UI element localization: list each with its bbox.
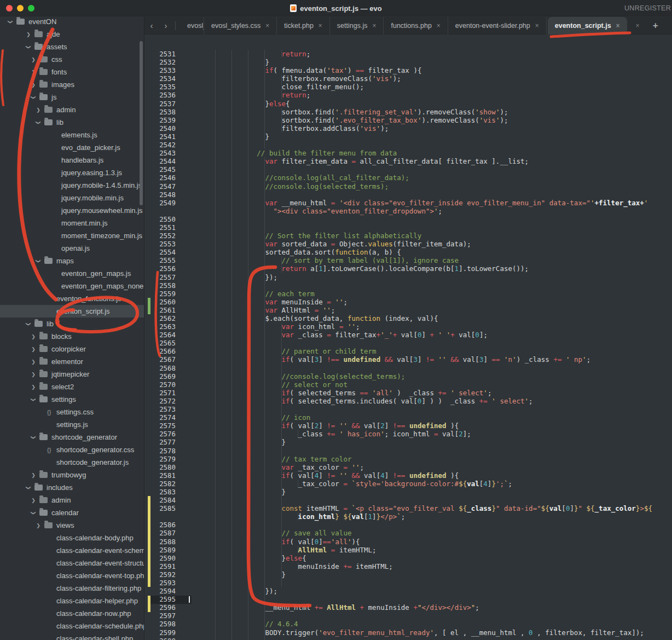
code-line-2564[interactable]: 2564var _class = filter_tax+'_'+ val[0] …	[144, 331, 672, 339]
code-line-2531[interactable]: 2531return;	[144, 50, 672, 58]
tree-item-fonts[interactable]: ❯fonts	[0, 66, 144, 78]
code-line-2580[interactable]: 2580var _tax_color = '';	[144, 463, 672, 471]
tree-item-blocks[interactable]: ❯blocks	[0, 330, 144, 343]
tree-item-eventon_script.js[interactable]: eventon_script.js	[0, 305, 144, 318]
tab-close-icon[interactable]: ×	[616, 22, 620, 30]
code-line-2581[interactable]: 2581if( val[4] != '' && val[4] !== undef…	[144, 471, 672, 480]
code-line-2568[interactable]: 2568	[144, 364, 672, 372]
tree-item-includes[interactable]: ❯includes	[0, 481, 144, 494]
code-line-2538[interactable]: 2538sortbox.find('.filtering_set_val').r…	[144, 108, 672, 116]
code-line-2583[interactable]: 2583}	[144, 488, 672, 496]
code-line-2570[interactable]: 2570// select or not	[144, 380, 672, 389]
code-line-2591[interactable]: 2591menuInside += itemHTML;	[144, 562, 672, 570]
tree-item-settings.js[interactable]: settings.js	[0, 418, 144, 431]
tree-item-moment_timezone_min.js[interactable]: moment_timezone_min.js	[0, 229, 144, 242]
tree-item-calendar[interactable]: ❯calendar	[0, 506, 144, 519]
tree-item-images[interactable]: ❯images	[0, 78, 144, 91]
code-line-2554[interactable]: 2554sorted_data.sort(function(a, b) {	[144, 248, 672, 256]
code-line-2544[interactable]: 2544var filter_item_data = all_cal_filte…	[144, 157, 672, 165]
tab-eventon-event-slider.php[interactable]: eventon-event-slider.php×	[448, 17, 547, 34]
tab-ticket.php[interactable]: ticket.php×	[277, 17, 330, 34]
tab-close-icon[interactable]: ×	[437, 22, 441, 30]
code-line-2561[interactable]: 2561var AllHtml = '';	[144, 306, 672, 314]
tree-item-class-calendar-event-top.ph[interactable]: class-calendar-event-top.ph	[0, 569, 144, 582]
code-line-2556[interactable]: 2556return a[1].toLowerCase().localeComp…	[144, 264, 672, 273]
code-line-2576[interactable]: 2576_class += ' has_icon'; icon_html = v…	[144, 430, 672, 438]
code-line-2598[interactable]: 2598// 4.6.4	[144, 620, 672, 628]
tree-item-jquery.mobile.min.js[interactable]: jquery.mobile.min.js	[0, 192, 144, 204]
tree-item-eventON[interactable]: ❯eventON	[0, 17, 144, 28]
chevron-right-icon[interactable]: ❯	[30, 347, 37, 352]
code-line-2548[interactable]: 2548	[144, 191, 672, 199]
chevron-right-icon[interactable]: ❯	[30, 359, 37, 365]
tab-evosl_[interactable]: evosl_	[180, 17, 204, 34]
maximize-window-button[interactable]	[28, 5, 34, 11]
tree-item-trumbowyg[interactable]: ❯trumbowyg	[0, 469, 144, 481]
code-line-wrap[interactable]: icon_html} ${val[1]}</p>`;	[144, 512, 672, 521]
tree-item-class-calendar-event-structu[interactable]: class-calendar-event-structu	[0, 557, 144, 569]
tab-functions.php[interactable]: functions.php×	[384, 17, 448, 34]
chevron-right-icon[interactable]: ❯	[30, 57, 37, 62]
tree-item-class-calendar-helper.php[interactable]: class-calendar-helper.php	[0, 595, 144, 607]
chevron-right-icon[interactable]: ❯	[30, 70, 37, 75]
code-line-2584[interactable]: 2584	[144, 496, 672, 504]
tree-item-assets[interactable]: ❯assets	[0, 41, 144, 53]
code-line-2539[interactable]: 2539sortbox.find('.evo_filter_tax_box').…	[144, 116, 672, 124]
chevron-down-icon[interactable]: ❯	[31, 510, 36, 516]
tree-item-class-calendar-body.php[interactable]: class-calendar-body.php	[0, 532, 144, 544]
tree-item-shortcode_generator[interactable]: ❯shortcode_generator	[0, 431, 144, 443]
sidebar-scrollbar[interactable]	[140, 41, 143, 205]
code-line-2532[interactable]: 2532}	[144, 58, 672, 66]
code-line-2586[interactable]: 2586	[144, 521, 672, 529]
code-line-2543[interactable]: 2543// build the filter menu from data	[144, 149, 672, 157]
chevron-right-icon[interactable]: ❯	[30, 498, 37, 503]
code-line-2573[interactable]: 2573	[144, 405, 672, 413]
tree-item-shortcode_generator.js[interactable]: shortcode_generator.js	[0, 456, 144, 469]
tree-item-openai.js[interactable]: openai.js	[0, 242, 144, 255]
new-tab-button[interactable]: +	[653, 20, 658, 31]
code-line-2563[interactable]: 2563var icon_html = '';	[144, 322, 672, 331]
code-line-2569[interactable]: 2569//console.log(selected_terms);	[144, 372, 672, 380]
code-line-2579[interactable]: 2579// tax term color	[144, 455, 672, 463]
tree-item-moment.min.js[interactable]: moment.min.js	[0, 217, 144, 229]
code-line-2558[interactable]: 2558	[144, 281, 672, 290]
tree-item-jquery.mousewheel.min.js[interactable]: jquery.mousewheel.min.js	[0, 204, 144, 217]
tree-item-js[interactable]: ❯js	[0, 91, 144, 103]
code-line-2560[interactable]: 2560var menuInside = '';	[144, 298, 672, 306]
code-line-2585[interactable]: 2585const itemHTML = `<p class="evo_filt…	[144, 504, 672, 512]
tree-item-eventon_gen_maps_none.[interactable]: eventon_gen_maps_none.	[0, 280, 144, 292]
chevron-down-icon[interactable]: ❯	[31, 94, 36, 101]
chevron-right-icon[interactable]: ❯	[30, 384, 37, 390]
code-line-2555[interactable]: 2555// sort by term label (val[1]), igno…	[144, 256, 672, 264]
tree-item-colorpicker[interactable]: ❯colorpicker	[0, 343, 144, 355]
code-line-2599[interactable]: 2599BODY.trigger('evo_filter_menu_html_r…	[144, 629, 672, 637]
tree-item-class-calendar-schedule.php[interactable]: class-calendar-schedule.php	[0, 620, 144, 632]
tree-item-evo_date_picker.js[interactable]: evo_date_picker.js	[0, 141, 144, 154]
chevron-right-icon[interactable]: ❯	[30, 372, 37, 377]
chevron-right-icon[interactable]: ❯	[30, 472, 37, 478]
tree-item-views[interactable]: ❯views	[0, 519, 144, 532]
chevron-down-icon[interactable]: ❯	[31, 434, 36, 441]
tree-item-ajde[interactable]: ❯ajde	[0, 28, 144, 41]
tree-item-eventon_gen_maps.js[interactable]: eventon_gen_maps.js	[0, 267, 144, 280]
tree-item-lib[interactable]: ❯lib	[0, 116, 144, 129]
tree-item-class-calendar-filtering.php[interactable]: class-calendar-filtering.php	[0, 582, 144, 595]
tree-item-select2[interactable]: ❯select2	[0, 380, 144, 393]
tree-item-css[interactable]: ❯css	[0, 53, 144, 66]
tab-close-icon[interactable]: ×	[265, 22, 269, 30]
tab-close-icon[interactable]: ×	[535, 22, 539, 30]
code-line-2575[interactable]: 2575if( val[2] != '' && val[2] !== undef…	[144, 422, 672, 430]
code-line-2540[interactable]: 2540filterbox.addClass('vis');	[144, 124, 672, 132]
code-line-2577[interactable]: 2577}	[144, 438, 672, 446]
tree-item-elements.js[interactable]: elements.js	[0, 129, 144, 141]
tab-evosl_styles.css[interactable]: evosl_styles.css×	[204, 17, 277, 34]
chevron-down-icon[interactable]: ❯	[26, 44, 31, 50]
code-line-2582[interactable]: 2582_tax_color = `style='background-colo…	[144, 480, 672, 488]
code-line-2562[interactable]: 2562$.each(sorted_data, function (index,…	[144, 314, 672, 322]
chevron-down-icon[interactable]: ❯	[26, 485, 31, 491]
code-line-2593[interactable]: 2593	[144, 579, 672, 587]
code-line-2596[interactable]: 2596__menu_html += AllHtml + menuInside …	[144, 603, 672, 612]
code-line-2574[interactable]: 2574// icon	[144, 413, 672, 422]
code-line-wrap[interactable]: "><div class="eventon_filter_dropdown">'…	[144, 207, 672, 215]
chevron-right-icon[interactable]: ❯	[35, 523, 42, 528]
